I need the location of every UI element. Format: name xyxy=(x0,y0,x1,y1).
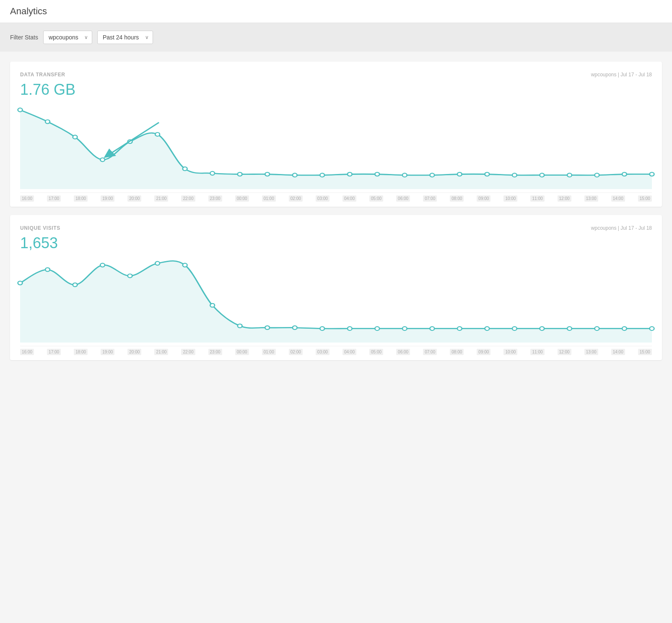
time-label: 18:00 xyxy=(74,349,88,355)
time-label: 01:00 xyxy=(262,195,276,202)
chart-svg-unique-visits xyxy=(20,259,652,343)
time-label: 06:00 xyxy=(396,349,410,355)
site-select-wrapper[interactable]: wpcoupons xyxy=(43,31,92,44)
svg-point-38 xyxy=(348,327,352,330)
site-select[interactable]: wpcoupons xyxy=(43,31,92,44)
svg-point-2 xyxy=(45,120,50,124)
svg-point-28 xyxy=(73,283,78,287)
main-content: DATA TRANSFERwpcoupons | Jul 17 - Jul 18… xyxy=(0,52,672,370)
svg-point-37 xyxy=(320,327,324,330)
time-label: 08:00 xyxy=(450,195,464,202)
svg-point-24 xyxy=(650,172,654,176)
time-label: 17:00 xyxy=(47,195,61,202)
time-label: 03:00 xyxy=(316,195,330,202)
svg-point-45 xyxy=(540,327,545,330)
time-label: 08:00 xyxy=(450,349,464,355)
chart-meta-data-transfer: wpcoupons | Jul 17 - Jul 18 xyxy=(591,72,652,78)
svg-point-12 xyxy=(320,173,324,177)
svg-point-34 xyxy=(238,324,242,328)
svg-point-23 xyxy=(622,172,627,176)
svg-point-7 xyxy=(183,167,187,171)
chart-header-data-transfer: DATA TRANSFERwpcoupons | Jul 17 - Jul 18 xyxy=(20,72,652,78)
time-label: 21:00 xyxy=(154,195,168,202)
time-label: 04:00 xyxy=(342,349,356,355)
svg-point-22 xyxy=(595,173,599,177)
time-label: 09:00 xyxy=(477,349,490,355)
chart-title-data-transfer: DATA TRANSFER xyxy=(20,72,65,78)
time-label: 18:00 xyxy=(74,195,88,202)
svg-point-3 xyxy=(73,135,78,139)
svg-point-16 xyxy=(430,173,434,177)
time-label: 23:00 xyxy=(208,195,222,202)
filter-bar: Filter Stats wpcoupons Past 24 hours Pas… xyxy=(0,23,672,52)
svg-point-13 xyxy=(348,172,352,176)
time-label: 19:00 xyxy=(101,195,114,202)
svg-point-39 xyxy=(375,327,379,330)
svg-point-46 xyxy=(567,327,572,330)
svg-point-36 xyxy=(293,326,297,330)
svg-point-8 xyxy=(210,171,215,175)
time-label: 05:00 xyxy=(369,195,383,202)
svg-point-17 xyxy=(457,172,462,176)
time-label: 01:00 xyxy=(262,349,276,355)
time-label: 07:00 xyxy=(423,349,437,355)
time-label: 03:00 xyxy=(316,349,330,355)
time-label: 19:00 xyxy=(101,349,114,355)
time-label: 02:00 xyxy=(289,349,303,355)
svg-point-30 xyxy=(128,274,132,278)
svg-point-42 xyxy=(457,327,462,330)
time-label: 00:00 xyxy=(235,349,249,355)
svg-point-4 xyxy=(100,158,105,161)
time-label: 22:00 xyxy=(181,195,195,202)
time-label: 09:00 xyxy=(477,195,490,202)
chart-value-data-transfer: 1.76 GB xyxy=(20,81,652,99)
svg-point-47 xyxy=(595,327,599,330)
time-label: 22:00 xyxy=(181,349,195,355)
time-label: 20:00 xyxy=(127,349,141,355)
time-label: 17:00 xyxy=(47,349,61,355)
time-axis-data-transfer: 16:0017:0018:0019:0020:0021:0022:0023:00… xyxy=(20,192,652,207)
svg-point-43 xyxy=(485,327,489,330)
svg-point-35 xyxy=(265,326,270,330)
chart-title-unique-visits: UNIQUE VISITS xyxy=(20,225,60,231)
time-label: 10:00 xyxy=(503,195,517,202)
time-label: 15:00 xyxy=(638,195,652,202)
svg-point-21 xyxy=(567,173,572,177)
chart-card-data-transfer: DATA TRANSFERwpcoupons | Jul 17 - Jul 18… xyxy=(10,62,662,207)
svg-point-18 xyxy=(485,172,489,176)
chart-header-unique-visits: UNIQUE VISITSwpcoupons | Jul 17 - Jul 18 xyxy=(20,225,652,231)
svg-point-29 xyxy=(100,263,105,267)
time-label: 11:00 xyxy=(530,195,544,202)
time-label: 21:00 xyxy=(154,349,168,355)
chart-value-unique-visits: 1,653 xyxy=(20,234,652,252)
svg-point-1 xyxy=(18,108,23,112)
time-label: 23:00 xyxy=(208,349,222,355)
time-label: 14:00 xyxy=(611,195,625,202)
page-header: Analytics xyxy=(0,0,672,23)
time-label: 16:00 xyxy=(20,195,34,202)
time-label: 12:00 xyxy=(558,195,571,202)
chart-meta-unique-visits: wpcoupons | Jul 17 - Jul 18 xyxy=(591,225,652,231)
time-label: 13:00 xyxy=(584,195,598,202)
time-label: 04:00 xyxy=(342,195,356,202)
time-label: 15:00 xyxy=(638,349,652,355)
filter-label: Filter Stats xyxy=(10,34,38,41)
svg-point-20 xyxy=(540,173,545,177)
svg-point-41 xyxy=(430,327,434,330)
time-label: 12:00 xyxy=(558,349,571,355)
time-axis-unique-visits: 16:0017:0018:0019:0020:0021:0022:0023:00… xyxy=(20,346,652,360)
time-label: 05:00 xyxy=(369,349,383,355)
time-label: 07:00 xyxy=(423,195,437,202)
page-title: Analytics xyxy=(10,6,662,17)
svg-point-26 xyxy=(18,281,23,285)
svg-point-40 xyxy=(402,327,407,330)
time-select-wrapper[interactable]: Past 24 hours Past 7 days Past 30 days xyxy=(97,31,153,44)
chart-card-unique-visits: UNIQUE VISITSwpcoupons | Jul 17 - Jul 18… xyxy=(10,215,662,360)
svg-point-10 xyxy=(265,172,270,176)
time-label: 13:00 xyxy=(584,349,598,355)
svg-point-48 xyxy=(622,327,627,330)
time-select[interactable]: Past 24 hours Past 7 days Past 30 days xyxy=(97,31,153,44)
time-label: 02:00 xyxy=(289,195,303,202)
svg-point-31 xyxy=(155,262,160,265)
svg-point-9 xyxy=(238,172,242,176)
